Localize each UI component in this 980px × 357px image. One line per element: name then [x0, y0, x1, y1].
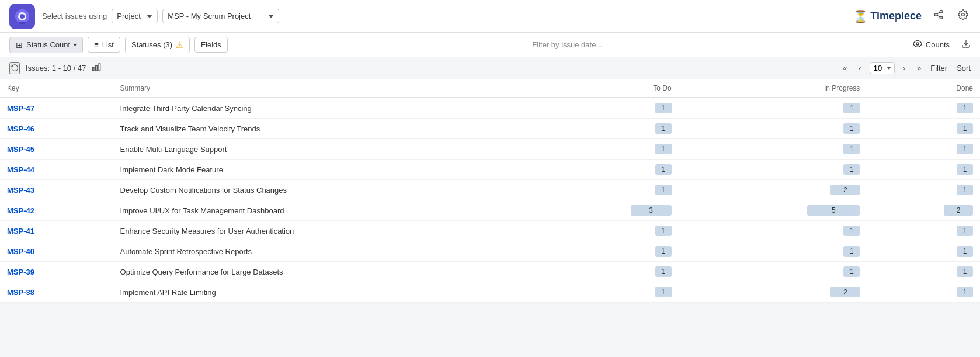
issue-key-cell: MSP-41	[0, 221, 113, 241]
status-count-button[interactable]: ⊞ Status Count ▾	[9, 37, 83, 53]
next-page-button[interactable]: ›	[899, 63, 909, 74]
done-count-cell: 1	[867, 180, 980, 200]
project-dropdown[interactable]: MSP - My Scrum Project	[162, 9, 279, 23]
issue-key-link[interactable]: MSP-47	[7, 104, 34, 113]
inprogress-count-cell: 1	[679, 262, 867, 282]
done-count-cell: 1	[867, 282, 980, 303]
issues-table-container: Key Summary To Do In Progress Done MSP-4…	[0, 79, 980, 303]
table-row: MSP-44 Implement Dark Mode Feature 1 1 1	[0, 160, 980, 180]
done-count-badge: 1	[957, 103, 973, 113]
issue-summary-cell: Implement Dark Mode Feature	[113, 160, 490, 180]
col-header-inprogress: In Progress	[679, 79, 867, 98]
issue-key-link[interactable]: MSP-39	[7, 268, 34, 276]
table-row: MSP-39 Optimize Query Performance for La…	[0, 262, 980, 282]
issue-key-link[interactable]: MSP-38	[7, 288, 34, 297]
issue-key-link[interactable]: MSP-45	[7, 145, 34, 154]
col-header-summary: Summary	[113, 79, 490, 98]
svg-rect-14	[93, 68, 95, 71]
refresh-button[interactable]	[9, 62, 20, 74]
last-page-button[interactable]: »	[913, 63, 925, 74]
inprogress-count-badge: 1	[843, 123, 860, 134]
table-row: MSP-38 Implement API Rate Limiting 1 2 1	[0, 282, 980, 303]
svg-point-4	[940, 11, 943, 13]
inprogress-count-badge: 1	[843, 226, 860, 236]
todo-count-badge: 1	[655, 287, 672, 297]
first-page-button[interactable]: «	[839, 63, 850, 74]
inprogress-count-cell: 1	[679, 98, 867, 119]
todo-count-cell: 1	[490, 282, 679, 303]
todo-count-cell: 1	[490, 98, 679, 119]
top-bar: Select issues using Project MSP - My Scr…	[0, 0, 980, 33]
filter-button[interactable]: Filter	[930, 64, 947, 72]
brand-logo: ⏳ Timepiece	[853, 9, 922, 23]
toolbar: ⊞ Status Count ▾ ≡ List Statuses (3) ⚠ F…	[0, 33, 980, 57]
inprogress-count-cell: 1	[679, 139, 867, 160]
issue-key-cell: MSP-44	[0, 160, 113, 180]
inprogress-count-badge: 1	[843, 103, 860, 113]
issue-summary-text: Develop Custom Notifications for Status …	[120, 186, 287, 195]
todo-count-badge: 1	[655, 226, 672, 236]
inprogress-count-badge: 1	[843, 144, 860, 154]
chevron-down-icon: ▾	[74, 41, 77, 48]
svg-rect-13	[96, 65, 98, 71]
fields-button[interactable]: Fields	[194, 37, 228, 53]
issue-key-cell: MSP-42	[0, 200, 113, 221]
done-count-cell: 1	[867, 262, 980, 282]
share-button[interactable]	[931, 7, 946, 25]
inprogress-count-cell: 1	[679, 241, 867, 262]
table-row: MSP-40 Automate Sprint Retrospective Rep…	[0, 241, 980, 262]
issues-table: Key Summary To Do In Progress Done MSP-4…	[0, 79, 980, 303]
svg-point-10	[916, 43, 919, 45]
issue-key-cell: MSP-47	[0, 98, 113, 119]
inprogress-count-badge: 5	[807, 205, 860, 216]
export-button[interactable]	[961, 39, 971, 51]
list-button[interactable]: ≡ List	[88, 37, 120, 53]
inprogress-count-cell: 2	[679, 282, 867, 303]
todo-count-badge: 1	[655, 164, 672, 175]
issue-type-dropdown[interactable]: Project	[112, 9, 158, 23]
issue-key-link[interactable]: MSP-43	[7, 186, 34, 195]
issue-key-link[interactable]: MSP-44	[7, 165, 34, 174]
table-row: MSP-41 Enhance Security Measures for Use…	[0, 221, 980, 241]
table-header-row: Key Summary To Do In Progress Done	[0, 79, 980, 98]
sort-button[interactable]: Sort	[957, 64, 971, 72]
inprogress-count-cell: 1	[679, 119, 867, 139]
grid-icon: ⊞	[16, 40, 23, 50]
todo-count-cell: 1	[490, 139, 679, 160]
table-row: MSP-47 Integrate Third-Party Calendar Sy…	[0, 98, 980, 119]
svg-line-7	[937, 15, 940, 17]
issue-key-link[interactable]: MSP-46	[7, 124, 34, 133]
counts-label: Counts	[926, 40, 950, 49]
settings-button[interactable]	[955, 7, 971, 25]
svg-point-3	[19, 22, 26, 24]
issue-key-link[interactable]: MSP-42	[7, 206, 34, 215]
issue-summary-cell: Integrate Third-Party Calendar Syncing	[113, 98, 490, 119]
counts-button[interactable]: Counts	[907, 36, 955, 53]
issue-summary-text: Implement Dark Mode Feature	[120, 165, 223, 174]
inprogress-count-badge: 1	[843, 164, 860, 175]
done-count-badge: 2	[944, 205, 973, 216]
issue-key-link[interactable]: MSP-41	[7, 227, 34, 235]
issue-summary-text: Enable Multi-Language Support	[120, 145, 227, 154]
done-count-cell: 1	[867, 160, 980, 180]
todo-count-cell: 1	[490, 180, 679, 200]
done-count-badge: 1	[957, 287, 973, 297]
statuses-button[interactable]: Statuses (3) ⚠	[125, 37, 190, 53]
list-icon: ≡	[94, 40, 99, 49]
inprogress-count-cell: 1	[679, 221, 867, 241]
fields-label: Fields	[201, 40, 221, 49]
warning-icon: ⚠	[176, 40, 183, 50]
svg-point-6	[940, 16, 943, 19]
issues-bar: Issues: 1 - 10 / 47 « ‹ 10 25 50 › » Fil…	[0, 57, 980, 79]
page-size-select[interactable]: 10 25 50	[870, 62, 895, 74]
issues-count-label: Issues: 1 - 10 / 47	[26, 64, 86, 72]
issue-summary-cell: Enable Multi-Language Support	[113, 139, 490, 160]
brand-name: Timepiece	[870, 10, 922, 22]
issue-key-link[interactable]: MSP-40	[7, 247, 34, 256]
inprogress-count-badge: 1	[843, 246, 860, 257]
prev-page-button[interactable]: ‹	[855, 63, 864, 74]
filter-date-area[interactable]: Filter by issue date...	[232, 40, 902, 49]
todo-count-cell: 1	[490, 262, 679, 282]
table-row: MSP-42 Improve UI/UX for Task Management…	[0, 200, 980, 221]
issue-summary-cell: Improve UI/UX for Task Management Dashbo…	[113, 200, 490, 221]
